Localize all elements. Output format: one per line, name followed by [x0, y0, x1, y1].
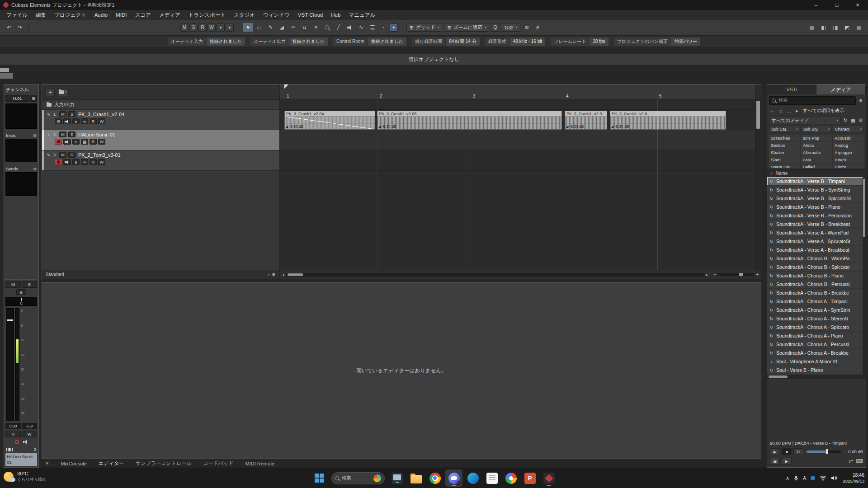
media-result-row[interactable]: ↻SoundtrackA - Chorus B - Spiccato — [767, 263, 866, 272]
chat-app-icon[interactable] — [445, 469, 462, 487]
media-result-row[interactable]: ↻SoundtrackA - Verse A - SpiccatoSt — [767, 237, 866, 246]
preview-loop-button[interactable]: ↻ — [793, 448, 803, 455]
media-result-row[interactable]: ↻Soul - Verse B - Piano — [767, 366, 866, 375]
window-layout-bottom-icon[interactable]: ◩ — [843, 23, 852, 32]
peak-value[interactable]: -5.9 — [22, 423, 37, 429]
ruler[interactable]: 12345 — [280, 84, 755, 99]
record-enable-icon[interactable] — [15, 440, 19, 444]
sends-bypass-icon[interactable]: ▦ — [33, 167, 37, 171]
media-result-row[interactable]: ↻SoundtrackA - Verse B - SymString — [767, 186, 866, 194]
filter-value[interactable]: Arpeggio — [833, 149, 864, 156]
inserts-slots[interactable] — [5, 139, 37, 162]
weather-widget[interactable]: 30°C くもり時々晴れ — [4, 471, 46, 482]
chrome-icon[interactable] — [426, 469, 443, 487]
edge-icon[interactable] — [464, 469, 481, 487]
channel-routing-display[interactable] — [5, 103, 37, 129]
menu-item[interactable]: スタジオ — [230, 11, 259, 19]
mute-all-button[interactable]: M — [180, 23, 189, 32]
audition-tool[interactable] — [344, 23, 355, 32]
channel-preset-button[interactable]: H.01 — [5, 95, 29, 102]
wifi-icon[interactable] — [820, 475, 826, 481]
range-tool[interactable]: ▭ — [254, 23, 264, 32]
ime-indicator[interactable]: A — [803, 475, 806, 481]
mic-icon[interactable] — [794, 475, 798, 481]
comment-tool[interactable] — [368, 23, 377, 32]
media-search-input[interactable]: 検索 — [769, 96, 856, 105]
edit-channel-button[interactable]: e — [72, 139, 80, 145]
channel-solo-button[interactable]: S — [22, 281, 37, 288]
filter-value[interactable]: Asia — [801, 156, 832, 163]
gear-icon[interactable]: ⚙ — [272, 272, 276, 277]
menu-item[interactable]: 編集 — [32, 11, 50, 19]
menu-item[interactable]: メディア — [156, 11, 184, 19]
lower-zone-tab[interactable]: エディター — [99, 460, 124, 467]
sends-slots[interactable] — [5, 172, 37, 196]
cubase-icon[interactable] — [540, 469, 557, 487]
media-result-row[interactable]: ↻SoundtrackA - Chorus A - SymStrin — [767, 306, 866, 314]
results-hscrollbar[interactable] — [767, 375, 866, 379]
audio-event[interactable]: PK_3_Crash1_v2-0◢-9.34 dB — [610, 111, 726, 130]
filter-column-header[interactable]: Charact.▾ — [833, 126, 864, 132]
chevron-down-icon[interactable]: ▾ — [268, 273, 270, 277]
media-result-row[interactable]: ↻SoundtrackA - Chorus A - Percussi — [767, 340, 866, 349]
preview-stop-button[interactable]: ■ — [782, 448, 792, 455]
comment-dropdown-icon[interactable]: ▾ — [379, 23, 388, 32]
media-result-row[interactable]: ↻SoundtrackA - Chorus A - Breakbe — [767, 349, 866, 357]
notes-app-icon[interactable] — [483, 469, 500, 487]
zoom-slider[interactable] — [718, 273, 754, 276]
erase-tool[interactable]: ◪ — [277, 23, 287, 32]
breadcrumb[interactable]: すべての項目を表示 — [803, 108, 844, 114]
write-automation-button[interactable]: W — [98, 139, 105, 145]
menu-item[interactable]: MIDI — [112, 11, 130, 19]
minimize-button[interactable]: – — [806, 0, 826, 10]
media-result-row[interactable]: ↻SoundtrackA - Verse B - Breakbeat — [767, 220, 866, 229]
track-visibility-button[interactable]: ▾ — [57, 88, 69, 96]
redo-button[interactable]: ↷ — [15, 23, 24, 32]
filter-value[interactable]: Scratches — [769, 135, 800, 141]
start-button[interactable] — [311, 469, 328, 487]
track-mute-button[interactable]: M — [59, 111, 66, 117]
track-row[interactable]: ∿3MSPK_2_Tom3_v3-01e∞RW — [42, 150, 279, 171]
read-automation-button[interactable]: R — [90, 118, 97, 124]
lower-zone-tab[interactable]: サンプラーコントロール — [136, 460, 191, 467]
clock[interactable]: 18:46 2025/09/13 — [843, 472, 864, 484]
window-layout-left-icon[interactable]: ◧ — [819, 23, 828, 32]
powerpoint-icon[interactable]: P — [521, 469, 538, 487]
window-layout-right-icon[interactable]: ◨ — [831, 23, 840, 32]
monitor-icon[interactable] — [23, 440, 28, 444]
zoom-slider-thumb[interactable] — [739, 273, 743, 276]
audio-event[interactable]: PK_3_Crash1_v2-05◢-9.34 dB — [377, 111, 562, 130]
lower-zone-tab[interactable]: MixConsole — [61, 461, 86, 466]
filter-value[interactable]: Attack — [833, 156, 864, 163]
export-icon[interactable]: ▣ — [30, 95, 37, 102]
home-icon[interactable]: ⌂ — [778, 108, 784, 113]
io-folder-row[interactable]: 入力/出力 — [42, 100, 279, 110]
shuffle-icon[interactable]: ⇄ — [848, 458, 854, 464]
line-tool[interactable]: ╱ — [333, 23, 344, 32]
filter-value[interactable]: Snare Dru — [769, 164, 800, 168]
menu-item[interactable]: プロジェクト — [51, 11, 90, 19]
read-automation-button[interactable]: R — [90, 159, 97, 165]
media-result-row[interactable]: ↻SoundtrackA - Verse B - Timpani — [767, 177, 866, 186]
preview-play-button[interactable]: ▶ — [770, 448, 780, 455]
track-preset-label[interactable]: Standard — [46, 272, 64, 277]
track-mute-button[interactable]: M — [59, 131, 66, 137]
scrollbar-track[interactable] — [286, 273, 704, 277]
setup-toolbar-icon[interactable]: ▦ — [807, 23, 816, 32]
lower-zone-tab[interactable]: コードパッド — [203, 460, 233, 467]
filter-value[interactable]: Shaker — [769, 149, 800, 156]
scroll-right-icon[interactable]: ▸ — [706, 272, 708, 277]
volume-icon[interactable] — [831, 475, 837, 481]
arrange-area[interactable]: PK_3_Crash1_v2-04◢-2.93 dBPK_3_Crash1_v2… — [280, 100, 755, 270]
filter-column-header[interactable]: Sub Sty.▾ — [801, 126, 832, 132]
monitor-button[interactable] — [63, 118, 71, 124]
channel-write-button[interactable]: W — [22, 431, 37, 437]
window-layout-full-icon[interactable]: ▦ — [854, 23, 863, 32]
tab-vsti[interactable]: VSTi — [767, 84, 816, 94]
edit-channel-settings-button[interactable]: e — [16, 289, 26, 295]
quantize-dropdown[interactable]: 1/32 ▾ — [501, 23, 520, 32]
pan-control[interactable]: C — [5, 297, 37, 306]
preview-volume-slider[interactable] — [807, 450, 841, 453]
track-row[interactable]: ♪2MSHALion Sonic 01e▦RW — [42, 130, 279, 150]
track-row[interactable]: ∿1MSPK_3_Crash1_v2-04e∞RW — [42, 110, 279, 130]
